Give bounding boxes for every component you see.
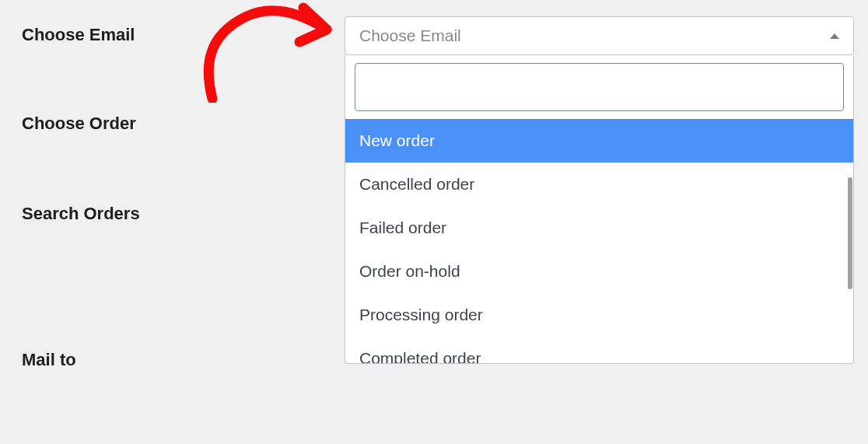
option-cancelled-order[interactable]: Cancelled order <box>345 163 853 206</box>
select-header[interactable]: Choose Email <box>345 16 854 55</box>
row-search-orders: Search Orders <box>0 204 345 224</box>
option-order-on-hold[interactable]: Order on-hold <box>345 250 853 293</box>
scrollbar-thumb[interactable] <box>848 177 852 289</box>
label-mail-to: Mail to <box>22 350 345 370</box>
select-placeholder: Choose Email <box>359 26 461 45</box>
choose-email-dropdown: Choose Email New order Cancelled order F… <box>345 16 854 364</box>
row-mail-to: Mail to <box>0 350 345 370</box>
dropdown-panel: New order Cancelled order Failed order O… <box>345 55 854 364</box>
dropdown-search-input[interactable] <box>355 63 844 111</box>
option-processing-order[interactable]: Processing order <box>345 293 853 337</box>
label-choose-email: Choose Email <box>22 25 345 45</box>
label-choose-order: Choose Order <box>22 114 345 134</box>
annotation-arrow <box>191 0 346 103</box>
row-choose-email: Choose Email <box>0 25 345 45</box>
label-search-orders: Search Orders <box>22 204 345 224</box>
row-choose-order: Choose Order <box>0 114 345 134</box>
dropdown-options-list: New order Cancelled order Failed order O… <box>345 119 853 363</box>
option-new-order[interactable]: New order <box>345 119 853 163</box>
option-failed-order[interactable]: Failed order <box>345 206 853 250</box>
chevron-up-icon <box>830 33 839 39</box>
option-completed-order[interactable]: Completed order <box>345 337 853 363</box>
dropdown-search-wrap <box>345 55 853 119</box>
